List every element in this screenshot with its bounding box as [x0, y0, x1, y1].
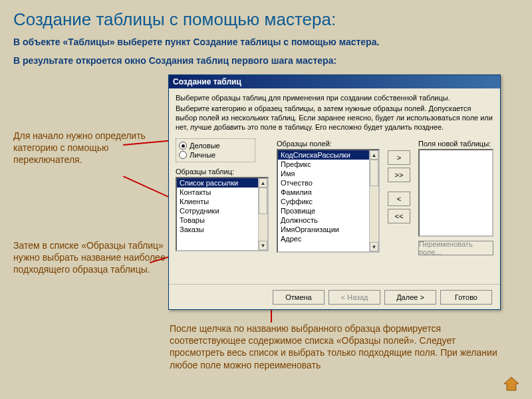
intro-text-2: В результате откроется окно Создания таб…: [0, 49, 532, 71]
home-icon[interactable]: [503, 375, 520, 392]
scrollbar[interactable]: ▲ ▼: [258, 178, 267, 250]
annotation-category: Для начало нужно определить категорию с …: [13, 130, 153, 166]
table-wizard-dialog: Создание таблиц Выберите образцы таблиц …: [168, 74, 501, 310]
list-item[interactable]: Суффикс: [278, 197, 378, 206]
dialog-instruction-2: Выберите категорию и образец таблицы, а …: [176, 103, 493, 136]
radio-icon: [179, 151, 187, 159]
sample-tables-label: Образцы таблиц:: [176, 166, 269, 177]
list-item[interactable]: Отчество: [278, 178, 378, 188]
list-item[interactable]: Префикс: [278, 160, 378, 169]
list-item[interactable]: Сотрудники: [177, 206, 267, 215]
list-item[interactable]: Клиенты: [177, 197, 267, 206]
list-item[interactable]: Адрес: [278, 234, 378, 243]
scroll-up-icon[interactable]: ▲: [259, 178, 267, 188]
list-item[interactable]: Фамилия: [278, 188, 378, 197]
remove-all-fields-button[interactable]: <<: [388, 209, 410, 223]
new-fields-listbox[interactable]: [418, 149, 493, 237]
new-fields-label: Поля новой таблицы:: [418, 138, 493, 149]
scroll-up-icon[interactable]: ▲: [370, 150, 378, 160]
dialog-titlebar: Создание таблиц: [169, 75, 500, 88]
scroll-down-icon[interactable]: ▼: [259, 241, 267, 250]
list-item[interactable]: Заказы: [177, 225, 267, 234]
scroll-down-icon[interactable]: ▼: [370, 242, 378, 251]
list-item[interactable]: Товары: [177, 215, 267, 225]
annotation-fields: После щелчка по названию выбранного обра…: [170, 323, 502, 371]
list-item[interactable]: Имя: [278, 169, 378, 178]
list-item[interactable]: КодСпискаРассылки: [278, 150, 378, 160]
rename-field-button[interactable]: Переименовать поле...: [418, 241, 493, 255]
list-item[interactable]: Список рассылки: [177, 178, 267, 188]
add-field-button[interactable]: >: [388, 150, 410, 165]
radio-label: Личные: [190, 151, 215, 159]
sample-fields-label: Образцы полей:: [277, 138, 380, 149]
list-item[interactable]: Контакты: [177, 188, 267, 197]
intro-text-1: В объекте «Таблицы» выберете пункт Созда…: [0, 35, 532, 49]
category-radio-group: Деловые Личные: [176, 138, 255, 162]
back-button[interactable]: < Назад: [329, 290, 380, 305]
remove-field-button[interactable]: <: [388, 192, 410, 206]
cancel-button[interactable]: Отмена: [273, 290, 325, 305]
radio-label: Деловые: [190, 142, 220, 150]
add-all-fields-button[interactable]: >>: [388, 168, 410, 182]
dialog-footer: Отмена < Назад Далее > Готово: [169, 284, 500, 309]
page-title: Создание таблицы с помощью мастера:: [0, 0, 532, 35]
list-item[interactable]: Прозвище: [278, 206, 378, 215]
sample-fields-listbox[interactable]: КодСпискаРассылки Префикс Имя Отчество Ф…: [277, 149, 380, 253]
finish-button[interactable]: Готово: [440, 290, 492, 305]
radio-icon: [179, 142, 187, 150]
list-item[interactable]: Должность: [278, 215, 378, 225]
svg-marker-8: [504, 377, 519, 390]
annotation-tables: Затем в списке «Образцы таблиц» нужно вы…: [13, 239, 166, 276]
next-button[interactable]: Далее >: [384, 290, 436, 305]
list-item[interactable]: ИмяОрганизации: [278, 225, 378, 234]
sample-tables-listbox[interactable]: Список рассылки Контакты Клиенты Сотрудн…: [176, 177, 269, 251]
dialog-instruction-1: Выберите образцы таблиц для применения п…: [176, 92, 493, 103]
radio-personal[interactable]: Личные: [179, 150, 252, 160]
scrollbar[interactable]: ▲ ▼: [369, 150, 378, 251]
radio-business[interactable]: Деловые: [179, 141, 252, 150]
